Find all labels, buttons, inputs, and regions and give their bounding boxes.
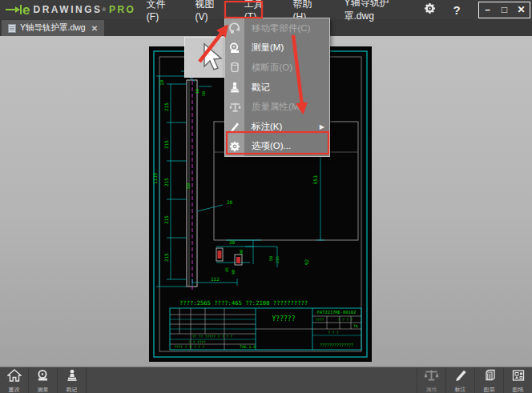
brand-e: e <box>22 3 30 17</box>
brand-mark: ® <box>102 7 105 12</box>
edrawings-logo: e DRAWINGS ® PRO <box>0 3 137 17</box>
title-block-drawing-name: Y????? <box>272 315 296 323</box>
svg-text:215: 215 <box>163 215 169 224</box>
svg-text:215: 215 <box>163 102 169 111</box>
close-button[interactable]: ✕ <box>513 2 530 18</box>
stamp-button[interactable]: 戳记 <box>58 367 87 393</box>
cursor-select-box <box>184 37 230 78</box>
document-icon <box>8 24 16 33</box>
options-icon <box>225 141 244 152</box>
mass-properties-button[interactable]: 属性 <box>417 367 445 393</box>
bottom-toolbar-right: 属性 标注 图层 图纸 <box>417 367 532 393</box>
bottom-toolbar-left: 重设 测量 戳记 <box>0 367 87 393</box>
mass-properties-icon <box>225 102 244 113</box>
cursor-arrow-icon <box>185 38 229 77</box>
move-component-icon <box>225 22 244 34</box>
svg-text:50: 50 <box>201 91 206 96</box>
svg-text:92: 92 <box>304 259 309 265</box>
menu-item-markup[interactable]: 标注(K) ▶ <box>225 117 329 137</box>
svg-text:? ? ?: ? ? ? <box>328 331 339 335</box>
tools-dropdown-menu: 移动零部件(C) 测量(M) 横断面(O) 戳记 质量属性(M) <box>224 18 330 157</box>
sheets-icon <box>511 369 526 385</box>
svg-text:? ? ????: ? ? ???? <box>188 340 206 344</box>
minimize-button[interactable]: – <box>479 2 496 18</box>
drawing-notes-line: ????:2565 ????:465 ??:2100 ?????????? <box>179 299 308 307</box>
pencil-icon <box>453 369 468 385</box>
menu-item-move-component[interactable]: 移动零部件(C) <box>225 18 329 38</box>
layers-icon <box>482 369 497 385</box>
svg-text:?? ?? ????? ? ? ? ?: ?? ?? ????? ? ? ? ? <box>192 335 233 339</box>
edrawings-window: e DRAWINGS ® PRO 文件(F) 视图(V) 工具(T) 帮助(H)… <box>0 0 532 393</box>
svg-text:? ? ? ?: ? ? ? ? <box>190 345 205 349</box>
document-tab-label: Y轴导轨护罩.dwg <box>20 22 86 34</box>
menu-item-stamp[interactable]: 戳记 <box>225 78 329 98</box>
svg-text:90: 90 <box>239 250 244 255</box>
svg-text:215: 215 <box>163 140 169 149</box>
gear-icon[interactable] <box>416 2 443 17</box>
svg-text:10: 10 <box>159 79 164 86</box>
sheets-button[interactable]: 图纸 <box>503 367 532 393</box>
maximize-button[interactable]: □ <box>496 2 513 18</box>
menu-item-measure[interactable]: 测量(M) <box>225 38 329 58</box>
measure-icon <box>225 42 244 54</box>
svg-text:50: 50 <box>185 182 191 189</box>
stamp-icon <box>225 82 244 93</box>
tab-close-icon[interactable]: ✕ <box>91 24 98 33</box>
svg-text:10: 10 <box>195 89 200 94</box>
svg-text:653: 653 <box>312 175 318 184</box>
document-title: Y轴导轨护罩.dwg <box>345 0 416 23</box>
svg-text:112: 112 <box>211 276 220 282</box>
menu-item-cross-section[interactable]: 横断面(O) <box>225 58 329 78</box>
svg-text:TA: TA <box>353 324 358 328</box>
svg-text:20: 20 <box>227 199 233 205</box>
markup-icon <box>225 121 244 132</box>
menu-item-mass-properties[interactable]: 质量属性(M) <box>225 97 329 117</box>
svg-text:215: 215 <box>163 178 169 186</box>
mass-properties-icon <box>424 369 439 385</box>
title-block-bottom-text: ?????????????? <box>320 343 353 347</box>
submenu-arrow-icon: ▶ <box>320 123 324 130</box>
stamp-icon <box>65 369 79 385</box>
reset-button[interactable]: 重设 <box>0 367 29 393</box>
layers-button[interactable]: 图层 <box>474 367 503 393</box>
brand-pro: PRO <box>109 4 136 15</box>
document-tab[interactable]: Y轴导轨护罩.dwg ✕ <box>2 20 104 36</box>
title-block-code: 7A6.1.0 <box>240 345 256 349</box>
menu-file[interactable]: 文件(F) <box>137 0 186 26</box>
svg-text:1115: 1115 <box>152 172 158 184</box>
menu-item-options[interactable]: 选项(O)... <box>225 136 329 156</box>
window-controls: – □ ✕ <box>478 2 530 18</box>
cross-section-icon <box>225 62 244 73</box>
title-block-part-number: FAT2217HE-80102 <box>317 310 357 315</box>
help-icon[interactable]: ? <box>443 3 470 17</box>
svg-text:????: ???? <box>316 318 324 322</box>
tape-measure-icon <box>36 369 50 385</box>
measure-button[interactable]: 测量 <box>29 367 58 393</box>
bottom-toolbar: 重设 测量 戳记 属性 <box>0 367 532 393</box>
title-bar: e DRAWINGS ® PRO 文件(F) 视图(V) 工具(T) 帮助(H)… <box>0 0 532 19</box>
markup-button[interactable]: 标注 <box>445 367 474 393</box>
svg-text:45: 45 <box>224 267 229 272</box>
svg-text:215: 215 <box>163 253 169 262</box>
svg-text:???? ? ?: ???? ? ? <box>174 345 191 349</box>
svg-text:? ? ? ?: ? ? ? ? <box>338 318 353 322</box>
home-icon <box>7 369 22 385</box>
svg-text:20: 20 <box>229 239 236 245</box>
logo-arrow-icon <box>5 4 22 15</box>
brand-name: DRAWINGS <box>33 4 102 15</box>
svg-text:40: 40 <box>231 270 236 275</box>
svg-text:215: 215 <box>275 256 280 263</box>
svg-text:50: 50 <box>268 256 273 261</box>
